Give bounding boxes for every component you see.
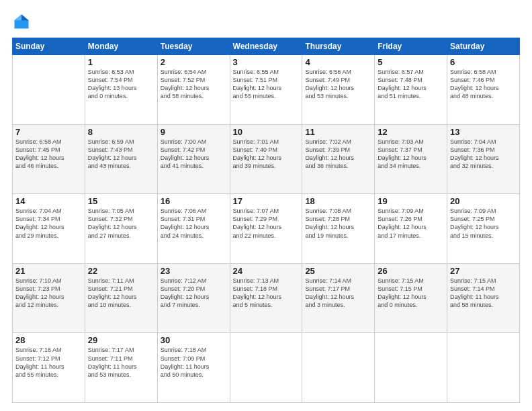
day-info: Sunrise: 7:03 AM Sunset: 7:37 PM Dayligh… [378,138,444,171]
day-number: 25 [305,266,371,276]
day-number: 9 [161,127,227,137]
day-info: Sunrise: 6:54 AM Sunset: 7:52 PM Dayligh… [161,68,227,101]
calendar-cell: 13Sunrise: 7:04 AM Sunset: 7:36 PM Dayli… [447,124,520,194]
day-info: Sunrise: 7:11 AM Sunset: 7:21 PM Dayligh… [88,277,154,310]
calendar-cell: 15Sunrise: 7:05 AM Sunset: 7:32 PM Dayli… [85,194,157,264]
week-row-3: 14Sunrise: 7:04 AM Sunset: 7:34 PM Dayli… [13,194,520,264]
calendar-cell [13,55,85,125]
calendar-cell: 28Sunrise: 7:16 AM Sunset: 7:12 PM Dayli… [13,333,85,403]
day-number: 2 [161,57,227,67]
weekday-header-friday: Friday [375,38,447,55]
week-row-2: 7Sunrise: 6:58 AM Sunset: 7:45 PM Daylig… [13,124,520,194]
calendar-cell: 20Sunrise: 7:09 AM Sunset: 7:25 PM Dayli… [447,194,520,264]
day-number: 15 [88,196,154,206]
calendar-cell: 30Sunrise: 7:18 AM Sunset: 7:09 PM Dayli… [157,333,230,403]
calendar-cell: 26Sunrise: 7:15 AM Sunset: 7:15 PM Dayli… [375,263,447,333]
day-number: 12 [378,127,444,137]
week-row-1: 1Sunrise: 6:53 AM Sunset: 7:54 PM Daylig… [13,55,520,125]
weekday-header-wednesday: Wednesday [230,38,302,55]
calendar-cell [447,333,520,403]
week-row-5: 28Sunrise: 7:16 AM Sunset: 7:12 PM Dayli… [13,333,520,403]
calendar-cell: 17Sunrise: 7:07 AM Sunset: 7:29 PM Dayli… [230,194,302,264]
day-info: Sunrise: 7:10 AM Sunset: 7:23 PM Dayligh… [15,277,82,310]
logo [12,12,34,31]
day-number: 20 [450,196,517,206]
calendar-cell: 10Sunrise: 7:01 AM Sunset: 7:40 PM Dayli… [230,124,302,194]
weekday-header-thursday: Thursday [302,38,375,55]
day-number: 13 [450,127,517,137]
calendar-cell: 11Sunrise: 7:02 AM Sunset: 7:39 PM Dayli… [302,124,375,194]
calendar-cell: 7Sunrise: 6:58 AM Sunset: 7:45 PM Daylig… [13,124,85,194]
day-info: Sunrise: 7:02 AM Sunset: 7:39 PM Dayligh… [305,138,371,171]
day-info: Sunrise: 6:55 AM Sunset: 7:51 PM Dayligh… [233,68,300,101]
day-info: Sunrise: 7:18 AM Sunset: 7:09 PM Dayligh… [161,346,227,379]
calendar-cell: 14Sunrise: 7:04 AM Sunset: 7:34 PM Dayli… [13,194,85,264]
day-info: Sunrise: 7:15 AM Sunset: 7:14 PM Dayligh… [450,277,517,310]
day-info: Sunrise: 7:09 AM Sunset: 7:25 PM Dayligh… [450,207,517,240]
day-number: 26 [378,266,444,276]
calendar-cell: 16Sunrise: 7:06 AM Sunset: 7:31 PM Dayli… [157,194,230,264]
calendar-cell: 19Sunrise: 7:09 AM Sunset: 7:26 PM Dayli… [375,194,447,264]
calendar-cell: 4Sunrise: 6:56 AM Sunset: 7:49 PM Daylig… [302,55,375,125]
calendar-cell: 22Sunrise: 7:11 AM Sunset: 7:21 PM Dayli… [85,263,157,333]
calendar-cell: 29Sunrise: 7:17 AM Sunset: 7:11 PM Dayli… [85,333,157,403]
day-number: 3 [233,57,300,67]
header [12,12,520,31]
day-info: Sunrise: 6:59 AM Sunset: 7:43 PM Dayligh… [88,138,154,171]
day-number: 22 [88,266,154,276]
day-info: Sunrise: 7:05 AM Sunset: 7:32 PM Dayligh… [88,207,154,240]
day-number: 17 [233,196,300,206]
calendar-table: SundayMondayTuesdayWednesdayThursdayFrid… [12,38,520,403]
day-number: 19 [378,196,444,206]
logo-icon [12,12,31,31]
calendar-cell: 25Sunrise: 7:14 AM Sunset: 7:17 PM Dayli… [302,263,375,333]
calendar-cell: 1Sunrise: 6:53 AM Sunset: 7:54 PM Daylig… [85,55,157,125]
day-info: Sunrise: 7:01 AM Sunset: 7:40 PM Dayligh… [233,138,300,171]
day-number: 16 [161,196,227,206]
calendar-cell: 6Sunrise: 6:58 AM Sunset: 7:46 PM Daylig… [447,55,520,125]
svg-marker-2 [15,15,22,21]
calendar-cell: 18Sunrise: 7:08 AM Sunset: 7:28 PM Dayli… [302,194,375,264]
day-number: 18 [305,196,371,206]
day-number: 5 [378,57,444,67]
day-info: Sunrise: 7:14 AM Sunset: 7:17 PM Dayligh… [305,277,371,310]
day-info: Sunrise: 7:13 AM Sunset: 7:18 PM Dayligh… [233,277,300,310]
day-number: 14 [15,196,82,206]
day-info: Sunrise: 7:15 AM Sunset: 7:15 PM Dayligh… [378,277,444,310]
day-number: 29 [88,335,154,345]
week-row-4: 21Sunrise: 7:10 AM Sunset: 7:23 PM Dayli… [13,263,520,333]
day-number: 11 [305,127,371,137]
calendar-cell: 9Sunrise: 7:00 AM Sunset: 7:42 PM Daylig… [157,124,230,194]
calendar-cell: 24Sunrise: 7:13 AM Sunset: 7:18 PM Dayli… [230,263,302,333]
day-info: Sunrise: 7:12 AM Sunset: 7:20 PM Dayligh… [161,277,227,310]
weekday-header-row: SundayMondayTuesdayWednesdayThursdayFrid… [13,38,520,55]
day-info: Sunrise: 6:53 AM Sunset: 7:54 PM Dayligh… [88,68,154,101]
day-info: Sunrise: 7:17 AM Sunset: 7:11 PM Dayligh… [88,346,154,379]
weekday-header-saturday: Saturday [447,38,520,55]
calendar-cell: 3Sunrise: 6:55 AM Sunset: 7:51 PM Daylig… [230,55,302,125]
calendar-cell: 23Sunrise: 7:12 AM Sunset: 7:20 PM Dayli… [157,263,230,333]
day-number: 21 [15,266,82,276]
day-info: Sunrise: 6:58 AM Sunset: 7:45 PM Dayligh… [15,138,82,171]
day-number: 23 [161,266,227,276]
day-info: Sunrise: 7:07 AM Sunset: 7:29 PM Dayligh… [233,207,300,240]
day-info: Sunrise: 7:04 AM Sunset: 7:36 PM Dayligh… [450,138,517,171]
calendar-cell [302,333,375,403]
calendar-cell: 12Sunrise: 7:03 AM Sunset: 7:37 PM Dayli… [375,124,447,194]
day-number: 27 [450,266,517,276]
day-info: Sunrise: 7:00 AM Sunset: 7:42 PM Dayligh… [161,138,227,171]
day-number: 8 [88,127,154,137]
day-info: Sunrise: 7:09 AM Sunset: 7:26 PM Dayligh… [378,207,444,240]
day-info: Sunrise: 7:06 AM Sunset: 7:31 PM Dayligh… [161,207,227,240]
day-info: Sunrise: 7:04 AM Sunset: 7:34 PM Dayligh… [15,207,82,240]
day-number: 24 [233,266,300,276]
day-number: 1 [88,57,154,67]
calendar-cell: 8Sunrise: 6:59 AM Sunset: 7:43 PM Daylig… [85,124,157,194]
calendar-cell [230,333,302,403]
day-number: 28 [15,335,82,345]
day-info: Sunrise: 6:57 AM Sunset: 7:48 PM Dayligh… [378,68,444,101]
day-number: 6 [450,57,517,67]
day-info: Sunrise: 7:08 AM Sunset: 7:28 PM Dayligh… [305,207,371,240]
calendar-cell: 21Sunrise: 7:10 AM Sunset: 7:23 PM Dayli… [13,263,85,333]
weekday-header-sunday: Sunday [13,38,85,55]
